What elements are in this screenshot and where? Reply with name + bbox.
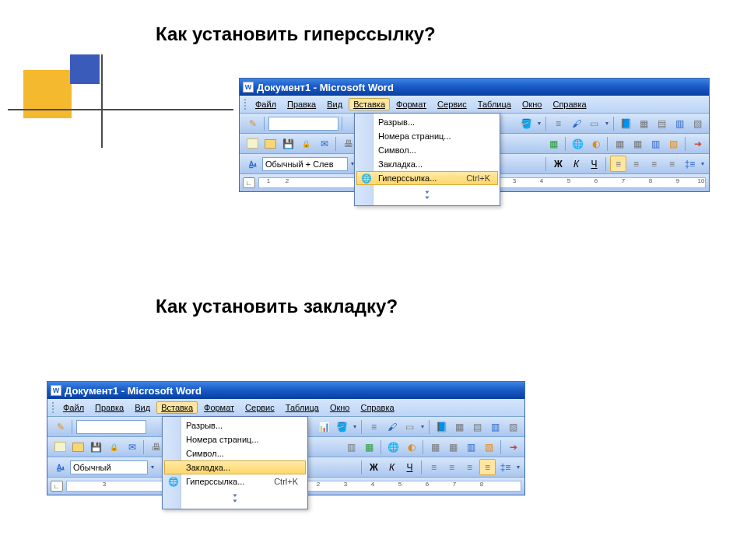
menu-table[interactable]: Таблица bbox=[281, 401, 324, 414]
style-name-field[interactable] bbox=[262, 157, 348, 171]
new-document-icon[interactable] bbox=[244, 135, 261, 152]
hyperlink-icon[interactable]: 🌐 bbox=[385, 439, 402, 455]
line-spacing-icon[interactable]: ‡≡ bbox=[682, 156, 698, 172]
dropdown-icon[interactable]: ▾ bbox=[419, 418, 426, 435]
excel-table-icon[interactable]: ▦ bbox=[545, 135, 562, 152]
menu-window[interactable]: Окно bbox=[517, 98, 547, 110]
underline-button[interactable]: Ч bbox=[402, 459, 418, 475]
dropdown-icon[interactable]: ▾ bbox=[536, 115, 542, 131]
align-right-button[interactable]: ≡ bbox=[461, 459, 478, 475]
hyperlink-icon[interactable]: 🌐 bbox=[570, 135, 586, 152]
pencil-icon[interactable]: ✎ bbox=[52, 418, 68, 435]
italic-button[interactable]: К bbox=[384, 459, 400, 475]
thumbnails-icon[interactable]: ▤ bbox=[469, 418, 486, 435]
menu-item-break[interactable]: Разрыв... bbox=[164, 418, 306, 432]
table-insert-icon[interactable]: ▦ bbox=[612, 135, 628, 152]
align-justify-button[interactable]: ≡ bbox=[479, 459, 496, 475]
paintbrush-icon[interactable]: 🖌 bbox=[568, 115, 584, 131]
menu-item-symbol[interactable]: Символ... bbox=[164, 446, 306, 460]
doc-map-icon[interactable]: ▥ bbox=[463, 439, 479, 455]
sheet-icon[interactable]: ▥ bbox=[672, 115, 688, 131]
grid-icon[interactable]: ▦ bbox=[630, 135, 646, 152]
arrow-right-icon[interactable]: ➔ bbox=[689, 135, 706, 152]
menu-window[interactable]: Окно bbox=[325, 401, 355, 414]
align-right-button[interactable]: ≡ bbox=[646, 156, 662, 172]
styles-pane-icon[interactable]: A̲₄ bbox=[52, 459, 68, 475]
menu-tools[interactable]: Сервис bbox=[433, 98, 472, 110]
menu-tools[interactable]: Сервис bbox=[240, 401, 279, 414]
menu-help[interactable]: Справка bbox=[548, 98, 591, 110]
menu-format[interactable]: Формат bbox=[391, 98, 431, 110]
dropdown-icon[interactable]: ▾ bbox=[149, 459, 156, 475]
grid-icon[interactable]: ▦ bbox=[445, 439, 461, 455]
pencil-icon[interactable]: ✎ bbox=[244, 115, 261, 131]
menu-expand-chevron[interactable]: ▼▼ bbox=[164, 488, 306, 507]
line-color-icon[interactable]: ▭ bbox=[586, 115, 602, 131]
menu-file[interactable]: Файл bbox=[251, 98, 281, 110]
dropdown-icon[interactable]: ▾ bbox=[515, 459, 521, 475]
align-justify-button[interactable]: ≡ bbox=[664, 156, 680, 172]
thumbnails-icon[interactable]: ▤ bbox=[654, 115, 670, 131]
highlight-box-icon[interactable]: ▧ bbox=[665, 135, 682, 152]
font-family-field[interactable] bbox=[268, 117, 338, 131]
shapes-icon[interactable]: ◐ bbox=[403, 439, 419, 455]
menu-item-page-numbers[interactable]: Номера страниц... bbox=[164, 432, 306, 446]
font-family-field[interactable] bbox=[76, 420, 146, 434]
dropdown-icon[interactable]: ▾ bbox=[700, 156, 706, 172]
book-icon[interactable]: 📘 bbox=[618, 115, 634, 131]
menu-item-hyperlink[interactable]: 🌐 Гиперссылка... Ctrl+K bbox=[356, 171, 498, 185]
save-icon[interactable]: 💾 bbox=[280, 135, 296, 152]
styles-pane-icon[interactable]: A̲₄ bbox=[244, 156, 261, 172]
menu-format[interactable]: Формат bbox=[199, 401, 239, 414]
ruler-origin-icon[interactable]: ∟ bbox=[51, 481, 63, 492]
open-folder-icon[interactable] bbox=[70, 439, 86, 455]
highlight-box-icon[interactable]: ▧ bbox=[481, 439, 497, 455]
book-icon[interactable]: 📘 bbox=[433, 418, 450, 435]
menu-view[interactable]: Вид bbox=[130, 401, 155, 414]
menu-edit[interactable]: Правка bbox=[282, 98, 321, 110]
new-document-icon[interactable] bbox=[52, 439, 68, 455]
style-name-field[interactable] bbox=[70, 460, 148, 474]
menu-insert[interactable]: Вставка bbox=[349, 98, 390, 110]
underline-button[interactable]: Ч bbox=[586, 156, 602, 172]
align-center-button[interactable]: ≡ bbox=[444, 459, 460, 475]
chart-icon[interactable]: 📊 bbox=[316, 418, 332, 435]
columns-icon[interactable]: ▥ bbox=[343, 439, 359, 455]
save-icon[interactable]: 💾 bbox=[88, 439, 104, 455]
menu-expand-chevron[interactable]: ▼▼ bbox=[356, 185, 498, 204]
menu-insert[interactable]: Вставка bbox=[156, 401, 198, 414]
excel-table-icon[interactable]: ▦ bbox=[361, 439, 377, 455]
italic-button[interactable]: К bbox=[568, 156, 584, 172]
form-icon[interactable]: ▧ bbox=[505, 418, 521, 435]
menu-file[interactable]: Файл bbox=[58, 401, 89, 414]
mail-icon[interactable]: ✉ bbox=[316, 135, 332, 152]
table-icon[interactable]: ▦ bbox=[451, 418, 468, 435]
align-left-button[interactable]: ≡ bbox=[610, 156, 626, 172]
paintbrush-icon[interactable]: 🖌 bbox=[384, 418, 400, 435]
doc-map-icon[interactable]: ▥ bbox=[647, 135, 664, 152]
menu-item-symbol[interactable]: Символ... bbox=[356, 143, 498, 157]
align-center-button[interactable]: ≡ bbox=[628, 156, 644, 172]
align-left-button[interactable]: ≡ bbox=[426, 459, 442, 475]
line-style-icon[interactable]: ≡ bbox=[366, 418, 382, 435]
permission-icon[interactable]: 🔒 bbox=[106, 439, 122, 455]
menu-view[interactable]: Вид bbox=[322, 98, 347, 110]
sheet-icon[interactable]: ▥ bbox=[487, 418, 503, 435]
arrow-right-icon[interactable]: ➔ bbox=[505, 439, 521, 455]
bold-button[interactable]: Ж bbox=[366, 459, 382, 475]
menu-item-hyperlink[interactable]: 🌐 Гиперссылка... Ctrl+K bbox=[164, 474, 306, 488]
dropdown-icon[interactable]: ▾ bbox=[352, 418, 358, 435]
menu-help[interactable]: Справка bbox=[356, 401, 398, 414]
table-insert-icon[interactable]: ▦ bbox=[427, 439, 444, 455]
menu-item-bookmark[interactable]: Закладка... bbox=[164, 460, 306, 474]
permission-icon[interactable]: 🔒 bbox=[298, 135, 314, 152]
menu-item-bookmark[interactable]: Закладка... bbox=[356, 157, 498, 171]
shapes-icon[interactable]: ◐ bbox=[587, 135, 604, 152]
dropdown-icon[interactable]: ▾ bbox=[604, 115, 610, 131]
menu-item-break[interactable]: Разрыв... bbox=[356, 115, 498, 129]
line-color-icon[interactable]: ▭ bbox=[402, 418, 418, 435]
open-folder-icon[interactable] bbox=[262, 135, 279, 152]
line-style-icon[interactable]: ≡ bbox=[550, 115, 566, 131]
table-icon[interactable]: ▦ bbox=[636, 115, 652, 131]
menu-item-page-numbers[interactable]: Номера страниц... bbox=[356, 129, 498, 143]
